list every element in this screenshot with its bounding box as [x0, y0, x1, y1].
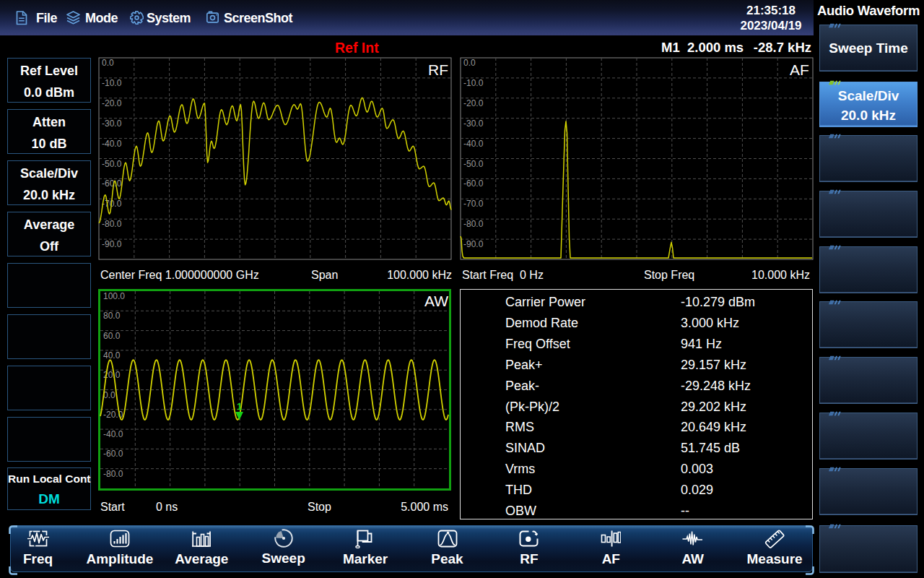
svg-text:-50.0: -50.0 — [102, 159, 122, 169]
svg-text:-20.0: -20.0 — [102, 98, 122, 108]
svg-text:-10.0: -10.0 — [102, 78, 122, 88]
svg-text:-80.0: -80.0 — [102, 219, 122, 229]
svg-text:-70.0: -70.0 — [102, 199, 122, 209]
svg-text:-30.0: -30.0 — [102, 118, 122, 129]
svg-text:0.0: 0.0 — [463, 58, 476, 68]
svg-text:-90.0: -90.0 — [463, 239, 484, 249]
svg-text:-30.0: -30.0 — [463, 118, 484, 129]
svg-text:-60.0: -60.0 — [102, 178, 122, 189]
svg-text:-90.0: -90.0 — [102, 239, 122, 249]
svg-text:-50.0: -50.0 — [463, 159, 484, 169]
svg-text:-20.0: -20.0 — [463, 98, 484, 108]
svg-text:-40.0: -40.0 — [102, 139, 122, 149]
svg-text:-40.0: -40.0 — [463, 139, 484, 149]
svg-text:0.0: 0.0 — [102, 58, 114, 68]
svg-text:-60.0: -60.0 — [463, 178, 484, 189]
svg-text:-80.0: -80.0 — [463, 219, 484, 229]
svg-text:-10.0: -10.0 — [463, 78, 484, 88]
svg-text:-70.0: -70.0 — [463, 199, 484, 209]
